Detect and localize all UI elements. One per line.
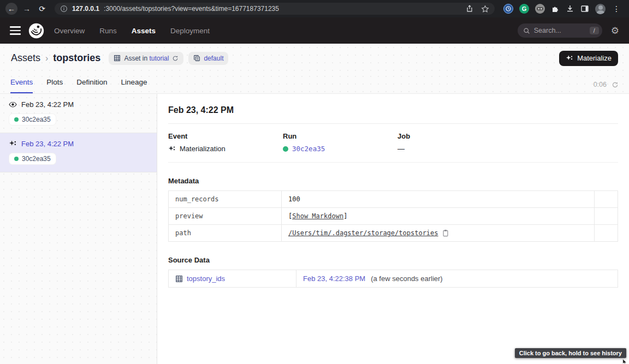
path-link[interactable]: /Users/tim/.dagster/storage/topstories xyxy=(288,229,438,237)
bracket-open: [ xyxy=(288,212,292,220)
event-timestamp: Feb 23, 4:22 PM xyxy=(21,140,74,148)
materialize-sparkle-icon xyxy=(566,55,573,62)
event-timestamp: Feb 23, 4:22 PM xyxy=(21,100,74,109)
metadata-key: path xyxy=(169,225,282,241)
table-grid-icon xyxy=(114,55,121,62)
settings-gear-icon[interactable]: ⚙ xyxy=(611,26,619,35)
event-label: Event xyxy=(168,132,283,140)
run-label: Run xyxy=(283,132,397,140)
table-grid-icon xyxy=(175,275,183,283)
tab-events[interactable]: Events xyxy=(10,78,33,93)
browser-back-button[interactable]: ← xyxy=(5,3,17,15)
show-markdown-link[interactable]: Show Markdown xyxy=(292,212,343,220)
event-detail-heading: Feb 23, 4:22 PM xyxy=(168,105,618,115)
run-status-dot xyxy=(283,146,288,152)
breadcrumb-separator: › xyxy=(45,53,48,63)
bookmark-star-icon[interactable] xyxy=(481,5,489,13)
source-data-section-title: Source Data xyxy=(168,256,618,264)
metadata-row-num-records: num_records 100 xyxy=(169,191,618,208)
tag-group-label[interactable]: default xyxy=(204,55,223,62)
job-value: — xyxy=(397,145,405,153)
downloads-icon[interactable] xyxy=(566,4,574,13)
source-timestamp-note: (a few seconds earlier) xyxy=(371,275,443,283)
url-bar[interactable]: 127.0.0.1:3000/assets/topstories?view=ev… xyxy=(55,3,495,15)
copy-clipboard-icon[interactable] xyxy=(442,229,449,237)
nav-item-runs[interactable]: Runs xyxy=(99,27,117,35)
source-timestamp-link[interactable]: Feb 23, 4:22:38 PM xyxy=(303,275,365,283)
url-path: :3000/assets/topstories?view=events&time… xyxy=(104,5,279,13)
job-label: Job xyxy=(397,132,618,140)
nav-item-deployment[interactable]: Deployment xyxy=(170,27,210,35)
source-asset-link[interactable]: topstory_ids xyxy=(187,275,225,283)
metadata-actions-cell xyxy=(595,208,618,224)
divider xyxy=(168,162,618,163)
event-list-item-materialization[interactable]: Feb 23, 4:22 PM 30c2ea35 xyxy=(0,133,157,172)
robot-extension-icon[interactable] xyxy=(535,4,545,14)
run-id-link[interactable]: 30c2ea35 xyxy=(292,145,325,153)
dagster-logo[interactable] xyxy=(28,23,44,39)
search-input[interactable]: Search... / xyxy=(518,23,602,38)
grammarly-icon[interactable]: G xyxy=(519,4,529,14)
event-list-item-observation[interactable]: Feb 23, 4:22 PM 30c2ea35 xyxy=(0,94,157,133)
run-status-dot xyxy=(14,157,19,161)
metadata-section-title: Metadata xyxy=(168,177,618,185)
browser-forward-button[interactable]: → xyxy=(21,3,33,15)
tab-lineage[interactable]: Lineage xyxy=(121,78,147,93)
asset-group-icon xyxy=(193,55,200,62)
extensions-puzzle-icon[interactable] xyxy=(551,4,560,13)
tag-asset-prefix: Asset in xyxy=(124,55,147,62)
asset-group-tag[interactable]: default xyxy=(188,52,228,65)
metadata-key: preview xyxy=(169,208,282,224)
site-info-icon[interactable] xyxy=(60,5,68,13)
browser-menu-icon[interactable]: ⋮ xyxy=(612,4,621,13)
app-nav: Overview Runs Assets Deployment Search..… xyxy=(0,17,629,44)
metadata-table: num_records 100 preview [Show Markdown] … xyxy=(168,190,618,242)
divider xyxy=(168,123,618,124)
run-status-dot xyxy=(14,117,19,122)
nav-item-overview[interactable]: Overview xyxy=(54,27,85,35)
run-id: 30c2ea35 xyxy=(22,155,51,163)
event-type-value: Materialization xyxy=(180,145,226,153)
bracket-close: ] xyxy=(343,212,347,220)
materialization-sparkle-icon xyxy=(168,145,176,153)
reload-definition-icon[interactable] xyxy=(172,55,179,62)
materialize-label: Materialize xyxy=(577,54,612,62)
tab-plots[interactable]: Plots xyxy=(46,78,63,93)
metadata-value: 100 xyxy=(288,195,300,203)
event-run-pill[interactable]: 30c2ea35 xyxy=(9,153,56,165)
refresh-timer: 0:06 xyxy=(594,81,607,88)
source-data-row: topstory_ids Feb 23, 4:22:38 PM (a few s… xyxy=(169,270,618,287)
side-panel-icon[interactable] xyxy=(580,4,589,13)
hamburger-menu-icon[interactable] xyxy=(10,26,21,35)
metadata-key: num_records xyxy=(169,191,282,207)
event-list-sidebar: Feb 23, 4:22 PM 30c2ea35 Feb 23, 4:22 PM… xyxy=(0,94,157,364)
tab-definition[interactable]: Definition xyxy=(76,78,107,93)
asset-tabs: Events Plots Definition Lineage 0:06 xyxy=(0,73,629,94)
mouse-cursor xyxy=(621,359,628,364)
search-icon xyxy=(523,27,530,34)
url-host: 127.0.0.1 xyxy=(72,5,99,13)
metadata-actions-cell xyxy=(595,191,618,207)
profile-avatar[interactable] xyxy=(595,4,606,14)
share-icon[interactable] xyxy=(466,5,473,13)
breadcrumb-assets-link[interactable]: Assets xyxy=(11,52,40,64)
observation-eye-icon xyxy=(9,100,17,109)
nav-item-assets[interactable]: Assets xyxy=(132,27,156,35)
refresh-icon[interactable] xyxy=(612,81,619,88)
source-data-table: topstory_ids Feb 23, 4:22:38 PM (a few s… xyxy=(168,270,618,288)
tag-asset-link[interactable]: tutorial xyxy=(149,55,169,62)
asset-header: Assets › topstories Asset in tutorial de… xyxy=(0,44,629,73)
browser-refresh-button[interactable]: ⟳ xyxy=(36,3,48,15)
materialize-button[interactable]: Materialize xyxy=(559,51,618,66)
asset-definition-tag[interactable]: Asset in tutorial xyxy=(109,52,183,65)
event-detail-panel: Feb 23, 4:22 PM Event Materialization Ru… xyxy=(157,94,629,364)
search-shortcut-badge: / xyxy=(590,27,599,34)
materialization-sparkle-icon xyxy=(9,140,17,148)
search-placeholder: Search... xyxy=(534,27,561,34)
run-id: 30c2ea35 xyxy=(22,116,51,123)
metadata-row-preview: preview [Show Markdown] xyxy=(169,208,618,225)
event-run-pill[interactable]: 30c2ea35 xyxy=(9,114,56,126)
breadcrumb-current-asset: topstories xyxy=(53,52,100,64)
extension-clock-icon[interactable] xyxy=(503,4,513,14)
browser-toolbar: ← → ⟳ 127.0.0.1:3000/assets/topstories?v… xyxy=(0,0,629,17)
